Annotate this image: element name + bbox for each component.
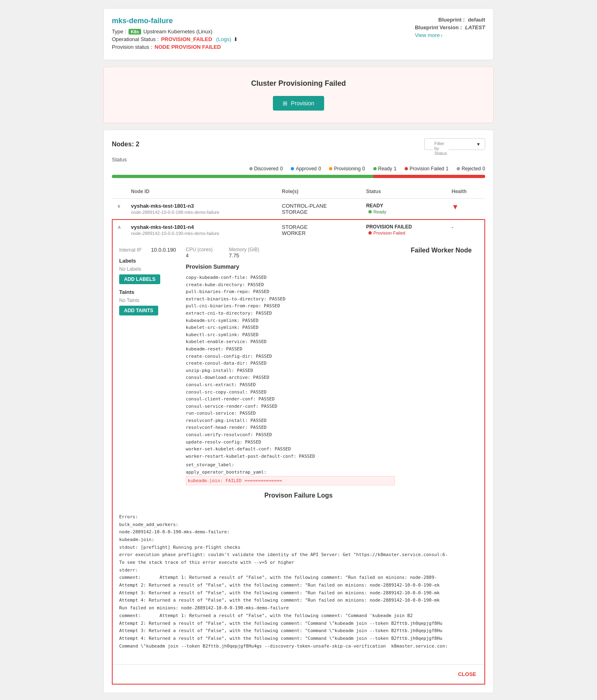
role-storage: STORAGE <box>282 224 356 230</box>
close-button[interactable]: CLOSE <box>113 664 484 684</box>
provisioning-dot <box>329 167 332 170</box>
status-pill-red: Provision Failed <box>366 230 407 236</box>
table-header-row: Node ID Role(s) Status Health <box>112 185 485 199</box>
status-label: Status <box>112 157 485 163</box>
provision-log-line: kubelet-enable-service: PASSED <box>186 338 395 346</box>
failed-line-container: set_storage_label: apply_operator_bootst… <box>186 461 395 485</box>
view-more-link[interactable]: View more › <box>415 32 485 38</box>
header-card: mks-demo-failure Type : K8s Upstream Kub… <box>103 8 494 60</box>
expanded-panel-row: Internal IP 10.0.0.190 Labels No Labels … <box>112 240 485 684</box>
k8s-badge: K8s <box>129 29 141 35</box>
expand-icon-cell-failed[interactable]: ∧ <box>112 220 126 240</box>
filter-box[interactable]: Filter by Status All ▾ <box>424 138 485 150</box>
provision-log-line: consul-service-render-conf: PASSED <box>186 403 395 410</box>
provision-log-line: create-consul-data-dir: PASSED <box>186 360 395 367</box>
provision-log-line: extract-binaries-to-directory: PASSED <box>186 296 395 303</box>
expand-left: Internal IP 10.0.0.190 Labels No Labels … <box>119 247 176 485</box>
node-id-main: vyshak-mks-test-1801-n3 <box>131 203 272 209</box>
cluster-title: mks-demo-failure <box>112 17 238 25</box>
expand-info-row: Internal IP 10.0.0.190 Labels No Labels … <box>119 247 478 485</box>
provision-log-line: kubeadm-src-symlink: PASSED <box>186 317 395 324</box>
provision-log-line: pull-cni-binaries-from-repo: PASSED <box>186 302 395 310</box>
green-dot <box>368 210 372 213</box>
legend-rejected: Rejected 0 <box>457 166 485 172</box>
th-roles: Role(s) <box>277 185 361 199</box>
type-value: Upstream Kubernetes (Linux) <box>144 28 213 35</box>
expand-icon-cell[interactable]: ∨ <box>112 199 126 220</box>
node-id-sub-failed: node-2889142-10-0-0-190-mks-demo-failure <box>131 231 272 236</box>
download-icon: ⬇ <box>233 36 238 42</box>
blueprint-row: Blueprint : default <box>415 17 485 23</box>
labels-title: Labels <box>119 258 176 264</box>
legend-approved: Approved 0 <box>291 166 321 172</box>
discovered-dot <box>249 167 253 170</box>
type-row: Type : K8s Upstream Kubernetes (Linux) <box>112 28 238 35</box>
error-log-block: Errors: bulk_node_add_workers: node-2889… <box>119 506 478 658</box>
provision-log-line: run-consul-service: PASSED <box>186 410 395 417</box>
provision-log-line: kubectl-src-symlink: PASSED <box>186 331 395 339</box>
status-pill-green: Ready <box>366 209 389 215</box>
chevron-right-icon: › <box>440 32 442 38</box>
rejected-dot <box>457 167 460 170</box>
filter-label: Filter by Status <box>433 141 449 156</box>
internal-ip-section: Internal IP 10.0.0.190 <box>119 247 176 253</box>
kubeadm-join-failed-line: kubeadm-join: FAILED ============== <box>186 476 395 486</box>
provisioning-count: 0 <box>362 166 365 172</box>
status-bar-red <box>373 175 485 178</box>
ready-count: 1 <box>394 166 397 172</box>
expand-right: Failed Worker Node <box>405 247 478 485</box>
apply-operator-line: apply_operator_bootstrap_yaml: <box>186 469 395 476</box>
filter-wrapper: Filter by Status All ▾ <box>424 138 485 150</box>
provision-failed-label: Provision Failed <box>410 166 444 172</box>
rejected-label: Rejected <box>462 166 481 172</box>
no-taints: No Taints <box>119 298 176 303</box>
provision-log-line: pull-binaries-from-repo: PASSED <box>186 288 395 296</box>
expanded-panel-cell: Internal IP 10.0.0.190 Labels No Labels … <box>112 240 485 684</box>
operational-status: PROVISION_FAILED <box>161 36 212 42</box>
failed-worker-node-label: Failed Worker Node <box>405 247 478 254</box>
roles-cell: CONTROL-PLANE STORAGE <box>277 199 361 220</box>
discovered-label: Discovered <box>254 166 279 172</box>
table-row: ∧ vyshak-mks-test-1801-n4 node-2889142-1… <box>112 220 485 240</box>
approved-count: 0 <box>318 166 321 172</box>
header-right: Blueprint : default Blueprint Version : … <box>415 17 485 38</box>
provision-failure-logs: Provison Failure Logs Errors: bulk_node_… <box>119 492 478 658</box>
internal-ip-value: 10.0.0.190 <box>151 247 176 253</box>
add-taints-button[interactable]: ADD TAINTS <box>119 306 158 315</box>
provision-failed-dot <box>405 167 408 170</box>
cpu-section: CPU (cores) 4 <box>186 247 213 259</box>
provision-log-line: worker-restart-kubelet-post-default-conf… <box>186 453 395 460</box>
provision-log-line: consul-client-render-conf: PASSED <box>186 396 395 403</box>
provision-log-line: unzip-pkg-install: PASSED <box>186 367 395 374</box>
ready-label: Ready <box>378 166 392 172</box>
provision-summary: Provision Summary copy-kubeadm-conf-file… <box>186 263 395 485</box>
legend-discovered: Discovered 0 <box>249 166 283 172</box>
failure-logs-title: Provison Failure Logs <box>119 492 478 499</box>
provision-log-line: consul-download-archive: PASSED <box>186 374 395 381</box>
logs-link[interactable]: (Logs) <box>216 36 231 42</box>
blueprint-version-row: Blueprint Version : LATEST <box>415 24 485 30</box>
status-ready-label: READY <box>366 203 442 209</box>
th-expand <box>112 185 126 199</box>
table-row: ∨ vyshak-mks-test-1801-n3 node-2889142-1… <box>112 199 485 220</box>
provision-icon: ⊞ <box>283 100 288 107</box>
provision-log-line: create-kube-directory: PASSED <box>186 281 395 289</box>
provision-status-row: Provision status : NODE PROVISION FAILED <box>112 44 238 50</box>
roles-cell-failed: STORAGE WORKER <box>277 220 361 240</box>
chevron-down-icon[interactable]: ∨ <box>117 203 121 209</box>
cluster-fail-card: Cluster Provisioning Failed ⊞ Provision <box>103 67 494 123</box>
nodes-table: Node ID Role(s) Status Health ∨ vyshak-m… <box>112 185 485 685</box>
operational-label: Operational Status : <box>112 36 159 42</box>
cluster-fail-title: Cluster Provisioning Failed <box>112 79 485 88</box>
add-labels-button[interactable]: ADD LABELS <box>119 274 160 284</box>
provision-log-line: update-resolv-config: PASSED <box>186 439 395 446</box>
health-cell-failed: - <box>447 220 485 240</box>
labels-section: Labels No Labels ADD LABELS <box>119 258 176 284</box>
status-legend: Discovered 0 Approved 0 Provisioning 0 R… <box>112 166 485 172</box>
chevron-up-icon[interactable]: ∧ <box>118 224 121 230</box>
expanded-panel: Internal IP 10.0.0.190 Labels No Labels … <box>113 240 484 664</box>
rejected-count: 0 <box>482 166 485 172</box>
provision-status-value: NODE PROVISION FAILED <box>155 44 221 50</box>
provision-button[interactable]: ⊞ Provision <box>273 96 324 111</box>
cpu-value: 4 <box>186 252 213 259</box>
